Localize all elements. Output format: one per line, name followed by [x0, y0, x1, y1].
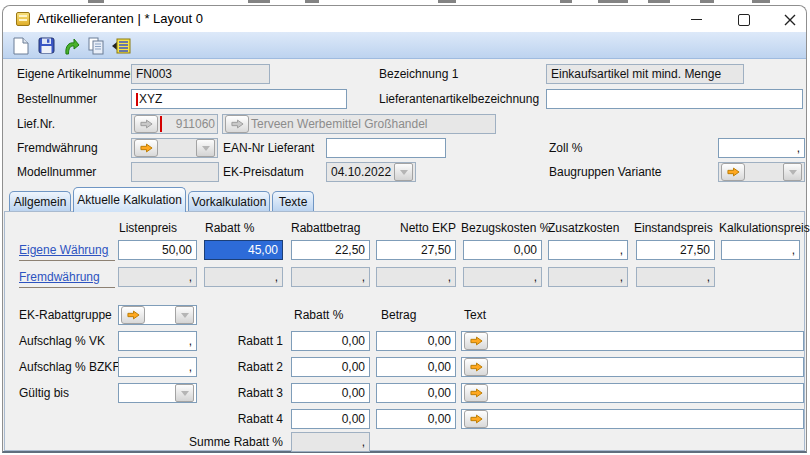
lief-nr-name-field[interactable]: Terveen Werbemittel Großhandel [222, 114, 496, 134]
bezeichnung-1-field[interactable]: Einkaufsartikel mit mind. Menge [546, 64, 744, 84]
rabatt-3-text-field[interactable] [461, 383, 804, 403]
chevron-down-icon [181, 391, 189, 396]
modellnummer-field[interactable] [131, 162, 219, 182]
save-button[interactable] [35, 35, 57, 56]
dropdown-button[interactable] [783, 163, 802, 181]
tab-vorkalkulation[interactable]: Vorkalkulation [188, 191, 270, 212]
rabatt-prozent-field[interactable]: , [204, 267, 283, 287]
chevron-down-icon [400, 170, 408, 175]
maximize-icon [738, 14, 750, 26]
cell-value: , [620, 243, 623, 257]
background-artifact [305, 0, 319, 3]
rabatt-1-prozent-field[interactable]: 0,00 [291, 331, 370, 351]
lookup-arrow-button[interactable] [134, 115, 158, 133]
listenpreis-field[interactable]: 50,00 [118, 240, 197, 260]
column-header: Kalkulationspreis [719, 221, 810, 235]
lieferantenartikelbezeichnung-field[interactable] [546, 89, 803, 109]
chevron-down-icon [789, 170, 797, 175]
rabatt-2-betrag-field[interactable]: 0,00 [376, 357, 456, 377]
maximize-button[interactable] [729, 9, 759, 30]
bezugskosten-field[interactable]: , [463, 267, 542, 287]
minimize-button[interactable] [681, 9, 711, 30]
close-button[interactable] [775, 9, 805, 30]
rabatt-3-betrag-field[interactable]: 0,00 [376, 383, 456, 403]
rabatt-4-text-field[interactable] [461, 409, 804, 429]
column-header: Einstandspreis [634, 221, 713, 235]
lookup-arrow-button[interactable] [721, 163, 745, 181]
row-link-fremdwaehrung[interactable]: Fremdwährung [19, 270, 115, 288]
bezugskosten-field[interactable]: 0,00 [463, 240, 542, 260]
cell-value: 50,00 [162, 243, 192, 257]
background-artifact [438, 0, 456, 3]
lookup-arrow-button[interactable] [134, 139, 158, 157]
field-value: 0,00 [342, 386, 365, 400]
ek-preisdatum-value: 04.10.2022 [329, 165, 391, 179]
column-header: Bezugskosten % [461, 221, 550, 235]
fremdwaehrung-combo[interactable] [131, 138, 218, 158]
rabatt-prozent-field[interactable]: 45,00 [204, 240, 283, 260]
aufschlag-vk-field[interactable]: , [118, 331, 197, 351]
copy-icon [87, 37, 105, 55]
lieferant-name-value: Terveen Werbemittel Großhandel [251, 117, 428, 131]
eigene-artikelnummer-field[interactable]: FN003 [131, 64, 270, 84]
column-header: Rabatt % [205, 221, 254, 235]
link-arrow-icon [140, 143, 153, 153]
einstandspreis-field[interactable]: , [636, 267, 715, 287]
background-artifact [248, 0, 270, 3]
rabatt-3-prozent-field[interactable]: 0,00 [291, 383, 370, 403]
lief-nr-number-field[interactable]: 911060 [131, 114, 218, 134]
copy-button[interactable] [85, 35, 107, 56]
lookup-arrow-button[interactable] [464, 358, 488, 376]
tab-allgemein[interactable]: Allgemein [9, 191, 71, 212]
rabatt-4-prozent-field[interactable]: 0,00 [291, 409, 370, 429]
baugruppen-variante-label: Baugruppen Variante [549, 165, 662, 179]
einstandspreis-field[interactable]: 27,50 [636, 240, 715, 260]
tab-aktuelle-kalkulation[interactable]: Aktuelle Kalkulation [73, 187, 186, 212]
gueltig-bis-combo[interactable] [118, 383, 197, 403]
cell-value: 27,50 [680, 243, 710, 257]
dropdown-button[interactable] [196, 139, 215, 157]
baugruppen-variante-combo[interactable] [718, 162, 805, 182]
ek-preisdatum-field[interactable]: 04.10.2022 [326, 162, 416, 182]
tab-texte[interactable]: Texte [272, 191, 314, 212]
kalkulationspreis-field[interactable]: , [721, 240, 800, 260]
rabatt-1-betrag-field[interactable]: 0,00 [376, 331, 456, 351]
netto-ekp-field[interactable]: , [376, 267, 456, 287]
ek-rabattgruppe-combo[interactable] [118, 305, 197, 325]
lookup-arrow-button[interactable] [225, 115, 249, 133]
aufschlag-vk-label: Aufschlag % VK [19, 334, 105, 348]
lief-nr-value: 911060 [176, 117, 215, 131]
column-header: Rabattbetrag [291, 221, 360, 235]
zusatzkosten-field[interactable]: , [548, 240, 628, 260]
lookup-arrow-button[interactable] [464, 410, 488, 428]
field-value: 0,00 [342, 334, 365, 348]
rabattbetrag-field[interactable]: , [291, 267, 370, 287]
rabattbetrag-field[interactable]: 22,50 [291, 240, 370, 260]
layout-button[interactable] [110, 35, 132, 56]
rabatt-4-betrag-field[interactable]: 0,00 [376, 409, 456, 429]
rabatt-2-text-field[interactable] [461, 357, 804, 377]
new-record-button[interactable] [10, 35, 32, 56]
zoll-field[interactable]: , [718, 138, 805, 158]
bestellnummer-field[interactable]: XYZ [131, 89, 347, 109]
rabatt-2-label: Rabatt 2 [203, 360, 283, 374]
listenpreis-field[interactable]: , [118, 267, 197, 287]
lookup-arrow-button[interactable] [464, 332, 488, 350]
dropdown-button[interactable] [394, 163, 413, 181]
bestellnummer-label: Bestellnummer [17, 92, 97, 106]
netto-ekp-field[interactable]: 27,50 [376, 240, 456, 260]
chevron-down-icon [181, 313, 189, 318]
row-link-eigene-waehrung[interactable]: Eigene Währung [19, 243, 115, 261]
lookup-arrow-button[interactable] [464, 384, 488, 402]
aufschlag-bzkf-field[interactable]: , [118, 357, 197, 377]
lookup-arrow-button[interactable] [121, 306, 145, 324]
undo-button[interactable] [60, 35, 82, 56]
ean-nr-field[interactable] [326, 138, 446, 158]
rabatt-2-prozent-field[interactable]: 0,00 [291, 357, 370, 377]
chevron-down-button[interactable] [175, 384, 194, 402]
zusatzkosten-field[interactable]: , [548, 267, 628, 287]
rabatt-1-text-field[interactable] [461, 331, 804, 351]
cell-value: , [362, 270, 365, 284]
dropdown-button[interactable] [175, 306, 194, 324]
title-bar[interactable]: Artikellieferanten | * Layout 0 [3, 6, 806, 32]
